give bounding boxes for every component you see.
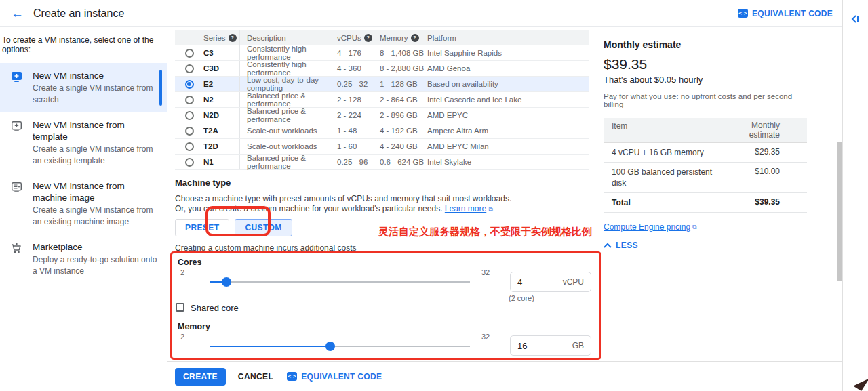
series-platform: AMD Genoa — [427, 64, 589, 73]
col-platform: Platform — [427, 34, 589, 42]
series-memory: 2 - 896 GB — [380, 111, 427, 119]
cores-unit: vCPU — [563, 277, 584, 287]
tab-custom[interactable]: CUSTOM — [235, 219, 292, 236]
estimate-total-label: Total — [612, 197, 727, 208]
sidebar-intro-text: To create a VM instance, select one of t… — [0, 27, 167, 54]
col-vcpus: vCPUs — [337, 34, 361, 42]
equivalent-code-label: EQUIVALENT CODE — [752, 9, 833, 18]
series-radio[interactable] — [185, 64, 194, 73]
memory-unit: GB — [572, 341, 584, 350]
estimate-value: $10.00 — [727, 167, 807, 188]
series-name: C3 — [203, 49, 239, 57]
cores-input[interactable]: 4 vCPU — [510, 272, 591, 292]
estimate-note: Pay for what you use: no upfront costs a… — [604, 92, 807, 108]
series-description: Scale-out workloads — [239, 139, 336, 154]
create-instance-page: ← Create an instance < > EQUIVALENT CODE… — [0, 0, 868, 391]
memory-slider-fill — [210, 346, 330, 347]
series-vcpus: 2 - 224 — [336, 111, 380, 119]
sidebar-item-title: New VM instance from machine image — [33, 180, 160, 203]
series-row-c3[interactable]: C3 Consistently high performance 4 - 176… — [175, 45, 589, 61]
shared-core-label: Shared core — [191, 303, 239, 313]
series-description: Consistently high performance — [239, 45, 336, 60]
series-row-c3d[interactable]: C3D Consistently high performance 4 - 36… — [175, 61, 589, 77]
series-platform: Ampere Altra Arm — [427, 127, 589, 135]
series-name: T2D — [203, 142, 239, 150]
series-row-t2d[interactable]: T2D Scale-out workloads 1 - 60 4 - 240 G… — [175, 139, 589, 155]
series-table-header: Series? Description vCPUs? Memory? Platf… — [175, 30, 589, 45]
sidebar-item-desc: Create a single VM instance from scratch — [33, 83, 160, 106]
sidebar-item-new-vm-instance[interactable]: New VM instance Create a single VM insta… — [0, 63, 167, 112]
sidebar-item-new-vm-from-machine-image[interactable]: New VM instance from machine image Creat… — [0, 173, 167, 234]
sidebar-item-new-vm-from-template[interactable]: New VM instance from template Create a s… — [0, 112, 167, 173]
code-icon: < > — [287, 372, 297, 381]
pricing-link-label: Compute Engine pricing — [604, 222, 690, 232]
series-radio[interactable] — [185, 142, 194, 151]
series-name: C3D — [203, 64, 239, 73]
sidebar-item-title: Marketplace — [33, 241, 160, 253]
series-row-n2d[interactable]: N2D Balanced price & performance 2 - 224… — [175, 108, 589, 123]
series-memory: 4 - 192 GB — [380, 127, 427, 135]
sidebar-item-marketplace[interactable]: Marketplace Deploy a ready-to-go solutio… — [0, 234, 167, 284]
machine-type-heading: Machine type — [175, 178, 595, 188]
collapse-panel-icon[interactable] — [850, 14, 861, 27]
collapse-rail — [842, 0, 868, 391]
machine-type-line1: Choose a machine type with preset amount… — [175, 194, 595, 204]
series-row-n1[interactable]: N1 Balanced price & performance 0.25 - 9… — [175, 155, 589, 170]
series-radio[interactable] — [185, 80, 194, 89]
equivalent-code-button-footer[interactable]: < > EQUIVALENT CODE — [287, 372, 382, 382]
cores-slider-track[interactable] — [210, 281, 470, 283]
series-radio[interactable] — [185, 158, 194, 167]
shared-core-checkbox[interactable] — [176, 303, 184, 312]
series-memory: 8 - 2,880 GB — [380, 64, 427, 73]
series-memory: 1 - 128 GB — [380, 80, 427, 88]
cores-label: Cores — [178, 258, 201, 267]
estimate-hourly: That's about $0.05 hourly — [604, 75, 807, 85]
cancel-button[interactable]: CANCEL — [238, 372, 273, 382]
estimate-amount: $39.35 — [604, 56, 807, 73]
series-platform: Intel Cascade and Ice Lake — [427, 96, 589, 104]
series-radio[interactable] — [185, 96, 194, 104]
external-link-icon: ⧉ — [692, 224, 696, 231]
estimate-col-item: Item — [612, 121, 727, 140]
cores-max-label: 32 — [481, 268, 490, 276]
memory-input[interactable]: 16 GB — [510, 335, 591, 356]
machine-image-icon — [0, 180, 33, 228]
memory-min-label: 2 — [180, 333, 184, 341]
series-radio[interactable] — [185, 111, 194, 120]
tab-preset[interactable]: PRESET — [175, 219, 229, 236]
machine-type-section: Machine type Choose a machine type with … — [175, 178, 595, 253]
marketplace-cart-icon — [0, 241, 33, 277]
series-platform: AMD EPYC — [427, 111, 589, 119]
sidebar-item-title: New VM instance from template — [33, 119, 160, 142]
equivalent-code-label: EQUIVALENT CODE — [301, 372, 382, 382]
back-arrow-icon[interactable]: ← — [11, 6, 24, 21]
estimate-row: 100 GB balanced persistent disk $10.00 — [604, 163, 807, 193]
vertical-scrollbar[interactable] — [837, 142, 842, 281]
less-toggle[interactable]: LESS — [604, 241, 807, 250]
series-memory: 8 - 1,408 GB — [380, 49, 427, 57]
series-radio[interactable] — [185, 49, 194, 58]
learn-more-link[interactable]: Learn more — [445, 204, 486, 213]
compute-engine-pricing-link[interactable]: Compute Engine pricing ⧉ — [604, 222, 697, 232]
series-description: Balanced price & performance — [239, 108, 336, 123]
series-row-e2[interactable]: E2 Low cost, day-to-day computing 0.25 -… — [175, 77, 589, 92]
series-memory: 4 - 240 GB — [380, 142, 427, 150]
series-platform: AMD EPYC Milan — [427, 142, 589, 150]
vcpus-help-icon[interactable]: ? — [364, 34, 372, 42]
memory-help-icon[interactable]: ? — [411, 34, 419, 42]
series-vcpus: 4 - 360 — [336, 64, 380, 73]
memory-max-label: 32 — [481, 333, 490, 341]
options-sidebar: To create a VM instance, select one of t… — [0, 27, 167, 391]
col-series: Series — [203, 34, 226, 42]
cores-min-label: 2 — [180, 268, 184, 276]
cores-slider-thumb[interactable] — [222, 277, 231, 287]
series-row-n2[interactable]: N2 Balanced price & performance 2 - 128 … — [175, 92, 589, 108]
equivalent-code-button[interactable]: < > EQUIVALENT CODE — [738, 9, 833, 18]
series-help-icon[interactable]: ? — [229, 34, 237, 42]
create-button[interactable]: CREATE — [175, 368, 226, 386]
memory-slider-thumb[interactable] — [326, 342, 335, 351]
series-radio[interactable] — [185, 127, 194, 136]
series-row-t2a[interactable]: T2A Scale-out workloads 1 - 48 4 - 192 G… — [175, 123, 589, 139]
annotation-text: 灵活自定义服务器规格，不受限于实例规格比例 — [378, 226, 592, 239]
estimate-row: 4 vCPU + 16 GB memory $29.35 — [604, 143, 807, 163]
